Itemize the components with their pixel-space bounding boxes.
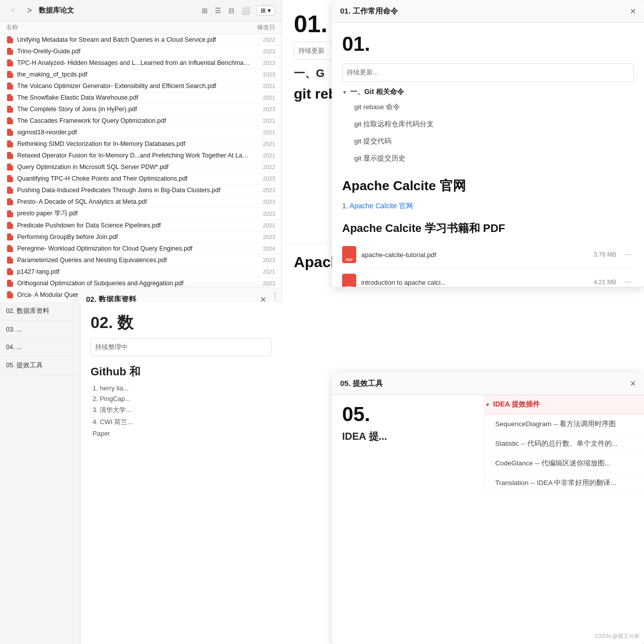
file-item-name: Quantifying TPC-H Choke Points and Their… bbox=[17, 175, 250, 182]
section-list-item[interactable]: 04. ... bbox=[0, 339, 80, 356]
pdf-more-button[interactable]: ··· bbox=[621, 250, 634, 259]
watermark-label: CSDN @霸王分析 bbox=[595, 632, 640, 640]
file-list-item[interactable]: TPC-H Analyzed- Hidden Messages and L...… bbox=[0, 57, 281, 69]
section-list-item[interactable]: 02. 数据库资料 bbox=[0, 302, 80, 321]
file-list-item[interactable]: Performing GroupBy before Join.pdf 2023 bbox=[0, 231, 281, 243]
pdf-row[interactable]: apache-calcite-tutorial.pdf 3.78 MB ··· bbox=[342, 241, 634, 269]
file-list-item[interactable]: presto paper 学习.pdf 2023 bbox=[0, 208, 281, 220]
file-item-date: 2021 bbox=[250, 129, 275, 135]
pdf-file-icon bbox=[6, 291, 14, 299]
pdf-file-icon bbox=[6, 151, 14, 159]
file-item-name: Query Optimization in Microsoft SQL Serv… bbox=[17, 164, 250, 171]
pdf-file-icon bbox=[6, 117, 14, 125]
popup-01-toc-item[interactable]: git 提交代码 bbox=[342, 133, 634, 150]
calcite-official-link[interactable]: Apache Calcite 官网 bbox=[350, 202, 413, 210]
main-content-area: 02. 数 持续整理中 Github 和 1. herry lia...2. P… bbox=[80, 302, 282, 644]
file-item-date: 2023 bbox=[250, 199, 275, 205]
popup-05-toc-panel: ▼ IDEA 提效插件 SequenceDiagram -- 看方法调用时序图S… bbox=[485, 395, 644, 493]
file-list-item[interactable]: Orthogonal Optimization of Subqueries an… bbox=[0, 278, 281, 289]
popup-05-tool-item[interactable]: Statistic -- 代码的总行数、单个文件的... bbox=[485, 434, 644, 454]
file-list-item[interactable]: Rethinking SIMD Vectorization for In-Mem… bbox=[0, 138, 281, 150]
popup-01-toc-item[interactable]: git 拉取远程仓库代码分支 bbox=[342, 116, 634, 133]
popup-05-tool-item[interactable]: Translation -- IDEA 中非常好用的翻译... bbox=[485, 473, 644, 493]
file-item-name: Peregrine- Workload Optimization for Clo… bbox=[17, 245, 250, 252]
popup-05-tool-item[interactable]: CodeGlance -- 代编辑区迷你缩放图... bbox=[485, 454, 644, 473]
sort-dropdown-button[interactable]: ⊞ ▾ bbox=[256, 6, 275, 16]
sort-dropdown-icon: ⊞ bbox=[261, 7, 266, 14]
popup-01-git-section[interactable]: ▼ 一、Git 相关命令 bbox=[342, 88, 634, 97]
triangle-icon: ▼ bbox=[342, 90, 347, 95]
file-toolbar: ＜ > 数据库论文 ⊞ ☰ ⊟ ⬜ ⊞ ▾ bbox=[0, 0, 281, 21]
file-list-item[interactable]: Peregrine- Workload Optimization for Clo… bbox=[0, 243, 281, 255]
section-list: 02. 数据库资料03. ...04. ...05. 提效工具 bbox=[0, 302, 80, 644]
popup-05-idea-section-label: IDEA 提效插件 bbox=[493, 400, 540, 409]
file-item-date: 2023 bbox=[250, 187, 275, 193]
file-list-item[interactable]: The Snowflake Elastic Data Warehouse.pdf… bbox=[0, 92, 281, 104]
file-list-item[interactable]: Parameterized Queries and Nesting Equiva… bbox=[0, 255, 281, 266]
file-list-item[interactable]: The Complete Story of Joins (in HyPer).p… bbox=[0, 104, 281, 115]
popup-01-header: 01. 工作常用命令 × bbox=[332, 0, 644, 23]
col-name-header: 名称 bbox=[6, 23, 250, 32]
file-item-date: 2023 bbox=[250, 71, 275, 77]
list-view-icon[interactable]: ☰ bbox=[213, 6, 223, 16]
popup-05-tool-item[interactable]: SequenceDiagram -- 看方法调用时序图 bbox=[485, 415, 644, 434]
file-item-date: 2021 bbox=[250, 83, 275, 89]
file-list-item[interactable]: Query Optimization in Microsoft SQL Serv… bbox=[0, 162, 281, 173]
file-list-item[interactable]: Pushing Data-Induced Predicates Through … bbox=[0, 185, 281, 196]
pdf-file-icon bbox=[6, 221, 14, 229]
file-list-item[interactable]: p1427-tang.pdf 2021 bbox=[0, 266, 281, 278]
main-section-heading: 02. 数 bbox=[91, 312, 272, 334]
popup-01-toc-item[interactable]: git rebase 命令 bbox=[342, 99, 634, 116]
file-item-date: 2023 bbox=[250, 234, 275, 240]
file-item-date: 2024 bbox=[250, 246, 275, 252]
file-item-date: 2021 bbox=[250, 222, 275, 228]
pdf-file-icon bbox=[6, 128, 14, 136]
section-list-item[interactable]: 05. 提效工具 bbox=[0, 356, 80, 375]
file-item-name: Pushing Data-Induced Predicates Through … bbox=[17, 187, 250, 194]
section-list-item[interactable]: 03. ... bbox=[0, 321, 80, 339]
column-view-icon[interactable]: ⊟ bbox=[226, 6, 236, 16]
calcite-link-item: 1. Apache Calcite 官网 bbox=[342, 200, 634, 213]
nav-forward-button[interactable]: > bbox=[24, 5, 35, 16]
pdf-file-icon bbox=[6, 210, 14, 218]
file-item-name: Rethinking SIMD Vectorization for In-Mem… bbox=[17, 140, 250, 147]
cover-view-icon[interactable]: ⬜ bbox=[239, 6, 252, 16]
popup-01-toc-items: git rebase 命令git 拉取远程仓库代码分支git 提交代码git 显… bbox=[342, 99, 634, 167]
pdf-file-icon bbox=[6, 245, 14, 253]
file-item-name: Presto- A Decade of SQL Analytics at Met… bbox=[17, 198, 250, 205]
pdf-file-size: 3.78 MB bbox=[594, 251, 616, 258]
file-item-date: 2021 bbox=[250, 152, 275, 158]
nav-back-button[interactable]: ＜ bbox=[6, 4, 20, 17]
file-list-item[interactable]: Unifying Metadata for Stream and Batch Q… bbox=[0, 34, 281, 46]
file-item-date: 2023 bbox=[250, 257, 275, 263]
popup-01-toc-item[interactable]: git 显示提交历史 bbox=[342, 150, 634, 167]
file-list-item[interactable]: The Cascades Framework for Query Optimiz… bbox=[0, 115, 281, 127]
file-list-item[interactable]: Trino-Oreilly-Guide.pdf 2023 bbox=[0, 46, 281, 57]
file-list-item[interactable]: Predicate Pushdown for Data Science Pipe… bbox=[0, 220, 281, 231]
pdf-file-icon bbox=[6, 82, 14, 90]
popup-01-close-button[interactable]: × bbox=[630, 6, 636, 16]
popup-01-continue-desc: 持续更新... bbox=[342, 63, 634, 82]
file-item-name: Relaxed Operator Fusion for In-Memory D.… bbox=[17, 152, 250, 159]
grid-view-icon[interactable]: ⊞ bbox=[200, 6, 210, 16]
file-list-item[interactable]: Relaxed Operator Fusion for In-Memory D.… bbox=[0, 150, 281, 162]
pdf-row[interactable]: introduction to apache calci... 4.21 MB … bbox=[342, 269, 634, 287]
file-list-item[interactable]: Quantifying TPC-H Choke Points and Their… bbox=[0, 173, 281, 185]
pdf-more-button[interactable]: ··· bbox=[621, 278, 634, 287]
file-item-name: The Volcano Optimizer Generator- Extensi… bbox=[17, 83, 250, 90]
file-item-name: presto paper 学习.pdf bbox=[17, 209, 250, 218]
popup-05-header: 05. 提效工具 × bbox=[332, 372, 644, 395]
file-item-date: 2023 bbox=[250, 176, 275, 182]
file-list-item[interactable]: sigmod18-reorder.pdf 2021 bbox=[0, 127, 281, 138]
file-item-name: Predicate Pushdown for Data Science Pipe… bbox=[17, 222, 250, 229]
pdf-red-icon bbox=[342, 274, 356, 287]
popup-05-content: 05. IDEA 提... ▼ IDEA 提效插件 SequenceDiagra… bbox=[332, 395, 644, 493]
pdf-file-icon bbox=[6, 140, 14, 148]
file-item-date: 2021 bbox=[250, 118, 275, 124]
popup-01-working-commands: 01. 工作常用命令 × 01. 持续更新... ▼ 一、Git 相关命令 gi… bbox=[332, 0, 644, 287]
file-list-item[interactable]: the_making_of_tpcds.pdf 2023 bbox=[0, 69, 281, 80]
main-link-item: 2. PingCap... bbox=[91, 395, 272, 403]
file-list-item[interactable]: Presto- A Decade of SQL Analytics at Met… bbox=[0, 196, 281, 208]
file-list-item[interactable]: The Volcano Optimizer Generator- Extensi… bbox=[0, 80, 281, 92]
popup-05-close-button[interactable]: × bbox=[630, 378, 636, 388]
